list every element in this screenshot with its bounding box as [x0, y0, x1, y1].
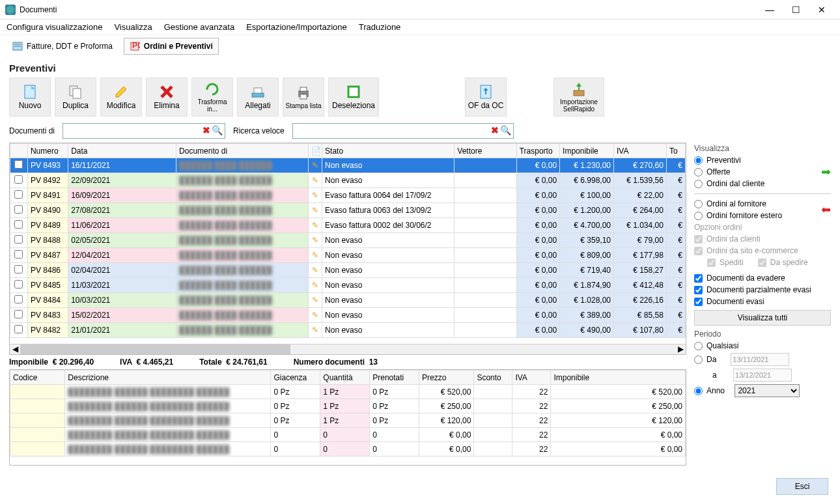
dcol-codice[interactable]: Codice: [10, 371, 65, 385]
cell-edit[interactable]: ✎: [309, 278, 322, 293]
clear-doc-icon[interactable]: ✖: [203, 125, 210, 135]
col-iva[interactable]: IVA: [614, 144, 667, 158]
col-trasporto[interactable]: Trasporto: [516, 144, 559, 158]
table-row[interactable]: PV 848602/04/2021██████ ████ ██████✎Non …: [10, 263, 686, 278]
close-button[interactable]: ✕: [809, 1, 835, 19]
detail-row[interactable]: ████████ ██████ ████████ ██████000€ 0,00…: [10, 442, 686, 456]
cell-edit[interactable]: ✎: [309, 263, 322, 278]
col-imponibile[interactable]: Imponibile: [560, 144, 614, 158]
detail-row[interactable]: ████████ ██████ ████████ ██████000€ 0,00…: [10, 428, 686, 442]
menu-traduzione[interactable]: Traduzione: [359, 22, 401, 32]
cell-edit[interactable]: ✎: [309, 233, 322, 248]
dcol-sconto[interactable]: Sconto: [474, 371, 512, 385]
stampa-button[interactable]: Stampa lista: [283, 77, 324, 117]
row-checkbox[interactable]: [14, 175, 23, 184]
col-stato[interactable]: Stato: [322, 144, 455, 158]
cell-edit[interactable]: ✎: [309, 248, 322, 263]
menu-configura[interactable]: Configura visualizzazione: [7, 22, 102, 32]
maximize-button[interactable]: ☐: [783, 1, 809, 19]
radio-ordini-fornitore[interactable]: [694, 200, 703, 208]
table-row[interactable]: PV 848410/03/2021██████ ████ ██████✎Non …: [10, 293, 686, 308]
deseleziona-button[interactable]: Deseleziona: [328, 77, 379, 117]
trasforma-button[interactable]: Trasforma in...: [191, 77, 233, 117]
col-totale[interactable]: To: [666, 144, 685, 158]
row-checkbox[interactable]: [14, 205, 23, 214]
tab-fatture[interactable]: Fatture, DDT e Proforma: [7, 38, 119, 55]
chk-evasi[interactable]: [694, 298, 703, 306]
modifica-button[interactable]: Modifica: [100, 77, 142, 117]
sellrapido-button[interactable]: Importazione SellRapido: [553, 77, 604, 117]
table-row[interactable]: PV 848315/02/2021██████ ████ ██████✎Non …: [10, 308, 686, 323]
dcol-prezzo[interactable]: Prezzo: [419, 371, 474, 385]
row-checkbox[interactable]: [14, 310, 23, 318]
minimize-button[interactable]: —: [757, 1, 783, 19]
row-checkbox[interactable]: [14, 295, 23, 303]
row-checkbox[interactable]: [14, 265, 23, 273]
menu-gestione[interactable]: Gestione avanzata: [164, 22, 234, 32]
table-row[interactable]: PV 849316/11/2021██████ ████ ██████✎Non …: [10, 158, 686, 173]
tab-ordini[interactable]: PO Ordini e Preventivi: [124, 38, 219, 55]
detail-row[interactable]: ████████ ██████ ████████ ██████0 Pz1 Pz0…: [10, 399, 686, 413]
dcol-quantita[interactable]: Quantità: [320, 371, 370, 385]
cell-edit[interactable]: ✎: [309, 323, 322, 338]
row-checkbox[interactable]: [14, 160, 23, 169]
table-row[interactable]: PV 848911/06/2021██████ ████ ██████✎Evas…: [10, 218, 686, 233]
radio-qualsiasi[interactable]: [694, 342, 703, 350]
row-checkbox[interactable]: [14, 250, 23, 259]
cell-edit[interactable]: ✎: [309, 218, 322, 233]
cell-edit[interactable]: ✎: [309, 173, 322, 188]
row-checkbox[interactable]: [14, 235, 23, 244]
chk-da-evadere[interactable]: [694, 274, 703, 283]
radio-da[interactable]: [694, 356, 703, 364]
dcol-desc[interactable]: Descrizione: [65, 371, 271, 385]
col-edit[interactable]: 📄: [309, 144, 322, 158]
table-row[interactable]: PV 849027/08/2021██████ ████ ██████✎Evas…: [10, 203, 686, 218]
cell-edit[interactable]: ✎: [309, 158, 322, 173]
ofdaoc-button[interactable]: OF da OC: [465, 77, 507, 117]
dcol-iva[interactable]: IVA: [512, 371, 551, 385]
menu-visualizza[interactable]: Visualizza: [114, 22, 152, 32]
anno-select[interactable]: 2021: [735, 384, 800, 397]
grid-hscroll[interactable]: ◀▶: [10, 344, 686, 354]
col-data[interactable]: Data: [68, 144, 176, 158]
row-checkbox[interactable]: [14, 190, 23, 199]
cell-edit[interactable]: ✎: [309, 203, 322, 218]
table-row[interactable]: PV 849116/09/2021██████ ████ ██████✎Evas…: [10, 188, 686, 203]
elimina-button[interactable]: Elimina: [146, 77, 188, 117]
cell-edit[interactable]: ✎: [309, 293, 322, 308]
esci-button[interactable]: Esci: [776, 478, 828, 495]
table-row[interactable]: PV 848511/03/2021██████ ████ ██████✎Non …: [10, 278, 686, 293]
documents-grid[interactable]: Numero Data Documento di 📄 Stato Vettore…: [9, 143, 686, 355]
row-checkbox[interactable]: [14, 325, 23, 333]
ricerca-input[interactable]: [292, 123, 514, 139]
dcol-imponibile[interactable]: Imponibile: [551, 371, 686, 385]
cell-edit[interactable]: ✎: [309, 308, 322, 323]
col-documento[interactable]: Documento di: [176, 144, 309, 158]
col-numero[interactable]: Numero: [27, 144, 68, 158]
dcol-giacenza[interactable]: Giacenza: [271, 371, 320, 385]
menu-export[interactable]: Esportazione/Importazione: [246, 22, 347, 32]
table-row[interactable]: PV 848221/01/2021██████ ████ ██████✎Non …: [10, 323, 686, 338]
row-checkbox[interactable]: [14, 280, 23, 288]
doc-di-input[interactable]: [63, 123, 225, 139]
detail-row[interactable]: ████████ ██████ ████████ ██████0 Pz1 Pz0…: [10, 413, 686, 428]
dcol-prenotati[interactable]: Prenotati: [370, 371, 419, 385]
col-check[interactable]: [10, 144, 28, 158]
clear-ricerca-icon[interactable]: ✖: [491, 125, 499, 135]
col-vettore[interactable]: Vettore: [455, 144, 516, 158]
visualizza-tutti-button[interactable]: Visualizza tutti: [694, 310, 831, 326]
table-row[interactable]: PV 848712/04/2021██████ ████ ██████✎Non …: [10, 248, 686, 263]
radio-preventivi[interactable]: [694, 156, 703, 165]
cell-edit[interactable]: ✎: [309, 188, 322, 203]
search-ricerca-icon[interactable]: 🔍: [500, 125, 511, 135]
table-row[interactable]: PV 849222/09/2021██████ ████ ██████✎Non …: [10, 173, 686, 188]
radio-ordini-cliente[interactable]: [694, 180, 703, 188]
search-doc-icon[interactable]: 🔍: [212, 125, 223, 135]
detail-row[interactable]: ████████ ██████ ████████ ██████0 Pz1 Pz0…: [10, 385, 686, 399]
allegati-button[interactable]: Allegati: [237, 77, 279, 117]
radio-anno[interactable]: [694, 387, 703, 395]
detail-grid[interactable]: Codice Descrizione Giacenza Quantità Pre…: [9, 369, 686, 466]
chk-parz-evasi[interactable]: [694, 286, 703, 294]
duplica-button[interactable]: Duplica: [55, 77, 96, 117]
radio-offerte[interactable]: [694, 168, 703, 176]
